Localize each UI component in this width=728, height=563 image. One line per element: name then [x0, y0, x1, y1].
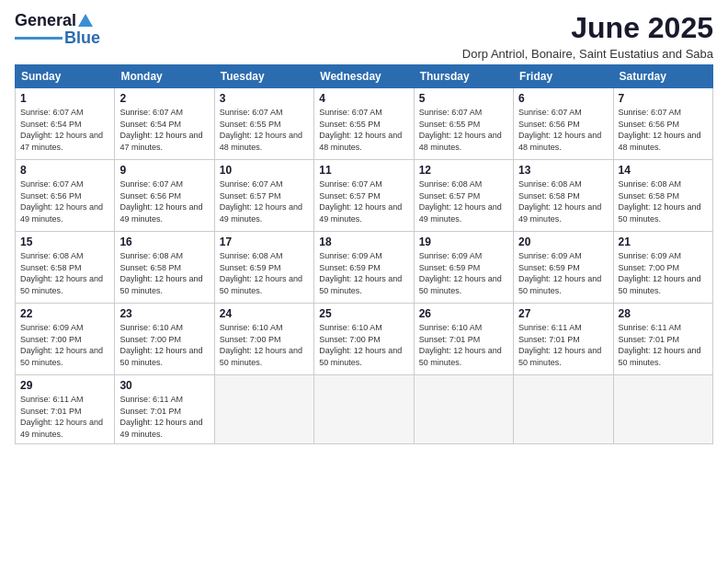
- day-info: Sunrise: 6:11 AMSunset: 7:01 PMDaylight:…: [619, 322, 708, 368]
- weekday-header: Saturday: [613, 65, 712, 88]
- day-info: Sunrise: 6:07 AMSunset: 6:55 PMDaylight:…: [319, 107, 408, 153]
- calendar-cell: 4Sunrise: 6:07 AMSunset: 6:55 PMDaylight…: [314, 88, 414, 160]
- day-info: Sunrise: 6:08 AMSunset: 6:57 PMDaylight:…: [419, 178, 508, 224]
- calendar-cell: 7Sunrise: 6:07 AMSunset: 6:56 PMDaylight…: [613, 88, 712, 160]
- calendar-cell: 16Sunrise: 6:08 AMSunset: 6:58 PMDayligh…: [115, 232, 214, 304]
- calendar-cell: 3Sunrise: 6:07 AMSunset: 6:55 PMDaylight…: [214, 88, 313, 160]
- day-number: 23: [119, 307, 209, 320]
- calendar-cell: 21Sunrise: 6:09 AMSunset: 7:00 PMDayligh…: [613, 232, 712, 304]
- calendar-cell: 13Sunrise: 6:08 AMSunset: 6:58 PMDayligh…: [514, 160, 613, 232]
- day-info: Sunrise: 6:07 AMSunset: 6:54 PMDaylight:…: [20, 107, 109, 153]
- day-number: 9: [119, 164, 209, 177]
- day-number: 11: [319, 164, 408, 177]
- day-info: Sunrise: 6:09 AMSunset: 6:59 PMDaylight:…: [419, 250, 508, 296]
- calendar-cell: 17Sunrise: 6:08 AMSunset: 6:59 PMDayligh…: [214, 232, 313, 304]
- day-number: 26: [419, 307, 508, 320]
- calendar-cell: 24Sunrise: 6:10 AMSunset: 7:00 PMDayligh…: [214, 304, 313, 375]
- day-number: 8: [20, 164, 109, 177]
- day-info: Sunrise: 6:07 AMSunset: 6:54 PMDaylight:…: [119, 107, 209, 153]
- calendar-cell: 12Sunrise: 6:08 AMSunset: 6:57 PMDayligh…: [414, 160, 513, 232]
- calendar-cell: 10Sunrise: 6:07 AMSunset: 6:57 PMDayligh…: [214, 160, 313, 232]
- calendar-cell: 28Sunrise: 6:11 AMSunset: 7:01 PMDayligh…: [613, 304, 712, 375]
- day-number: 4: [319, 92, 408, 105]
- day-number: 13: [518, 164, 608, 177]
- day-info: Sunrise: 6:11 AMSunset: 7:01 PMDaylight:…: [119, 394, 209, 440]
- calendar-cell: 23Sunrise: 6:10 AMSunset: 7:00 PMDayligh…: [115, 304, 214, 375]
- day-number: 2: [119, 92, 209, 105]
- day-info: Sunrise: 6:11 AMSunset: 7:01 PMDaylight:…: [518, 322, 608, 368]
- calendar-cell: 19Sunrise: 6:09 AMSunset: 6:59 PMDayligh…: [414, 232, 513, 304]
- calendar-cell: 30Sunrise: 6:11 AMSunset: 7:01 PMDayligh…: [115, 375, 214, 444]
- day-number: 22: [20, 307, 109, 320]
- day-number: 24: [220, 307, 309, 320]
- calendar-cell: 11Sunrise: 6:07 AMSunset: 6:57 PMDayligh…: [314, 160, 414, 232]
- day-info: Sunrise: 6:07 AMSunset: 6:57 PMDaylight:…: [319, 178, 408, 224]
- calendar-cell: [414, 375, 513, 444]
- svg-marker-0: [78, 14, 93, 27]
- day-info: Sunrise: 6:08 AMSunset: 6:58 PMDaylight:…: [518, 178, 608, 224]
- weekday-header: Friday: [514, 65, 613, 88]
- calendar-cell: 25Sunrise: 6:10 AMSunset: 7:00 PMDayligh…: [314, 304, 414, 375]
- day-info: Sunrise: 6:08 AMSunset: 6:58 PMDaylight:…: [20, 250, 109, 296]
- day-info: Sunrise: 6:10 AMSunset: 7:00 PMDaylight:…: [319, 322, 408, 368]
- logo: General Blue: [15, 11, 100, 48]
- day-number: 3: [220, 92, 309, 105]
- day-info: Sunrise: 6:07 AMSunset: 6:56 PMDaylight:…: [619, 107, 708, 153]
- calendar-week-row: 29Sunrise: 6:11 AMSunset: 7:01 PMDayligh…: [16, 375, 713, 444]
- calendar-cell: [214, 375, 313, 444]
- day-number: 10: [220, 164, 309, 177]
- day-info: Sunrise: 6:08 AMSunset: 6:59 PMDaylight:…: [220, 250, 309, 296]
- day-info: Sunrise: 6:07 AMSunset: 6:55 PMDaylight:…: [220, 107, 309, 153]
- calendar-cell: [314, 375, 414, 444]
- day-info: Sunrise: 6:09 AMSunset: 6:59 PMDaylight:…: [319, 250, 408, 296]
- day-number: 29: [20, 379, 109, 392]
- day-info: Sunrise: 6:10 AMSunset: 7:01 PMDaylight:…: [419, 322, 508, 368]
- day-number: 1: [20, 92, 109, 105]
- calendar-cell: 14Sunrise: 6:08 AMSunset: 6:58 PMDayligh…: [613, 160, 712, 232]
- day-number: 18: [319, 236, 408, 248]
- calendar-cell: 5Sunrise: 6:07 AMSunset: 6:55 PMDaylight…: [414, 88, 513, 160]
- page: General Blue June 2025 Dorp Antriol, Bon…: [0, 0, 728, 563]
- day-number: 25: [319, 307, 408, 320]
- main-title: June 2025: [462, 11, 713, 45]
- weekday-header: Tuesday: [214, 65, 313, 88]
- calendar-cell: 29Sunrise: 6:11 AMSunset: 7:01 PMDayligh…: [16, 375, 115, 444]
- day-number: 14: [619, 164, 708, 177]
- weekday-header-row: SundayMondayTuesdayWednesdayThursdayFrid…: [16, 65, 713, 88]
- calendar-cell: 1Sunrise: 6:07 AMSunset: 6:54 PMDaylight…: [16, 88, 115, 160]
- day-info: Sunrise: 6:08 AMSunset: 6:58 PMDaylight:…: [119, 250, 209, 296]
- day-number: 27: [518, 307, 608, 320]
- day-info: Sunrise: 6:08 AMSunset: 6:58 PMDaylight:…: [619, 178, 708, 224]
- calendar-week-row: 22Sunrise: 6:09 AMSunset: 7:00 PMDayligh…: [16, 304, 713, 375]
- day-info: Sunrise: 6:10 AMSunset: 7:00 PMDaylight:…: [220, 322, 309, 368]
- day-info: Sunrise: 6:07 AMSunset: 6:55 PMDaylight:…: [419, 107, 508, 153]
- calendar-cell: 27Sunrise: 6:11 AMSunset: 7:01 PMDayligh…: [514, 304, 613, 375]
- calendar-cell: 26Sunrise: 6:10 AMSunset: 7:01 PMDayligh…: [414, 304, 513, 375]
- subtitle: Dorp Antriol, Bonaire, Saint Eustatius a…: [462, 47, 713, 61]
- calendar-week-row: 1Sunrise: 6:07 AMSunset: 6:54 PMDaylight…: [16, 88, 713, 160]
- day-number: 5: [419, 92, 508, 105]
- logo-general: General: [15, 11, 76, 30]
- day-number: 6: [518, 92, 608, 105]
- weekday-header: Wednesday: [314, 65, 414, 88]
- day-number: 28: [619, 307, 708, 320]
- day-number: 21: [619, 236, 708, 248]
- logo-underline: [15, 37, 63, 40]
- calendar-cell: 18Sunrise: 6:09 AMSunset: 6:59 PMDayligh…: [314, 232, 414, 304]
- calendar-cell: 22Sunrise: 6:09 AMSunset: 7:00 PMDayligh…: [16, 304, 115, 375]
- logo-blue: Blue: [64, 29, 100, 48]
- logo-triangle-icon: [76, 12, 95, 30]
- day-info: Sunrise: 6:11 AMSunset: 7:01 PMDaylight:…: [20, 394, 109, 440]
- weekday-header: Monday: [115, 65, 214, 88]
- day-number: 12: [419, 164, 508, 177]
- calendar-cell: 6Sunrise: 6:07 AMSunset: 6:56 PMDaylight…: [514, 88, 613, 160]
- day-info: Sunrise: 6:10 AMSunset: 7:00 PMDaylight:…: [119, 322, 209, 368]
- day-number: 16: [119, 236, 209, 248]
- day-number: 17: [220, 236, 309, 248]
- calendar-cell: 2Sunrise: 6:07 AMSunset: 6:54 PMDaylight…: [115, 88, 214, 160]
- day-number: 15: [20, 236, 109, 248]
- calendar-cell: 9Sunrise: 6:07 AMSunset: 6:56 PMDaylight…: [115, 160, 214, 232]
- day-number: 19: [419, 236, 508, 248]
- header: General Blue June 2025 Dorp Antriol, Bon…: [15, 11, 713, 61]
- calendar-cell: 8Sunrise: 6:07 AMSunset: 6:56 PMDaylight…: [16, 160, 115, 232]
